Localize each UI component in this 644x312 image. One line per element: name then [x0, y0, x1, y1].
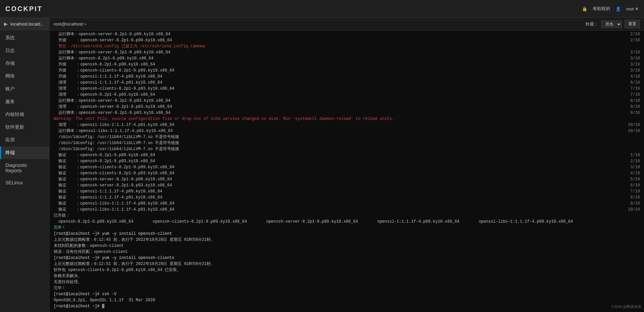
sidebar-item-网络[interactable]: 网络	[0, 70, 49, 83]
sidebar-item-Diagnostic-Reports[interactable]: Diagnostic Reports	[0, 159, 49, 177]
terminal-line-progress: 5/10	[627, 176, 640, 182]
terminal-line: OpenSSH_8.2p1, OpenSSL 1.1.1f 31 Mar 202…	[54, 297, 640, 303]
terminal-line: /sbin/ldconfig: /usr/lib64/libLLVM-7.so …	[54, 140, 640, 146]
terminal-line-text: 上次元数据过期检查：0:12:45 前，执行于 2022年10月28日 星期五 …	[54, 237, 640, 243]
terminal-line: 运行脚本：openssh-8.2p1-9.p09.ky10.x86_643/10	[54, 55, 640, 61]
terminal-line-progress: 6/10	[627, 80, 640, 86]
appearance-label: 外观：	[585, 21, 598, 27]
terminal-line-text: 验证 ：openssh-clients-8.2p1-9.p09.ky10.x86…	[54, 164, 627, 170]
terminal-line-text: 验证 ：openssh-clients-8.2p1-9.p03.ky10.x86…	[54, 170, 627, 176]
sidebar-item-软件更新[interactable]: 软件更新	[0, 121, 49, 134]
terminal-line: 清理 ：openssh-server-8.2p1-9.p03.ky10.x86_…	[54, 104, 640, 110]
terminal-line-progress: 10/10	[627, 122, 640, 128]
sidebar-item-日志[interactable]: 日志	[0, 44, 49, 57]
terminal-line: 警告：/etc/ssh/sshd_config 已建立为 /etc/ssh/ss…	[54, 43, 640, 49]
terminal-line-text: openssh-8.2p1-9.p09.ky10.x86_64 openssh-…	[54, 219, 640, 225]
terminal-line: 依赖关系解决。	[54, 273, 640, 279]
terminal-line-text: /sbin/ldconfig: /usr/lib64/libLLVM-7.so …	[54, 140, 640, 146]
sidebar-item-服务[interactable]: 服务	[0, 95, 49, 108]
terminal-line: 上次元数据过期检查：0:12:51 前，执行于 2022年10月28日 星期五 …	[54, 261, 640, 267]
terminal-line-progress: 9/10	[627, 110, 640, 116]
terminal-line-progress: 7/10	[627, 92, 640, 98]
lock-icon: 🔒	[582, 6, 587, 11]
terminal-line: 上次元数据过期检查：0:12:45 前，执行于 2022年10月28日 星期五 …	[54, 237, 640, 243]
sidebar-item-账户[interactable]: 账户	[0, 83, 49, 95]
terminal-line: 错误：没有任何匹配：openssh-client	[54, 249, 640, 255]
terminal-output[interactable]: 运行脚本：openssh-server-8.2p1-9.p09.ky10.x86…	[50, 31, 644, 312]
terminal-line: 验证 ：openssl-libs-1:1.1.1f-4.p09.ky10.x86…	[54, 200, 640, 207]
terminal-line: 升级 ：openssh-server-8.2p1-9.p09.ky10.x86_…	[54, 37, 640, 43]
terminal-line-text: 清理 ：openssl-libs-1:1.1.1f-4.p01.ky10.x86…	[54, 122, 627, 128]
main-layout: ▶ localhost.locald... 系统日志存储网络账户服务内核转储软件…	[0, 18, 644, 312]
terminal-line-text: 清理 ：openssh-clients-8.2p1-9.p03.ky10.x86…	[54, 86, 627, 92]
terminal-line: 验证 ：openssh-clients-8.2p1-9.p03.ky10.x86…	[54, 170, 640, 176]
terminal-line-text: 验证 ：openssh-server-8.2p1-9.p09.ky10.x86_…	[54, 176, 627, 182]
terminal-line: 升级 ：openssl-1:1.1.1f-4.p09.ky10.x86_644/…	[54, 74, 640, 80]
terminal-line: 验证 ：openssl-1:1.1.1f-4.p09.ky10.x86_647/…	[54, 188, 640, 194]
terminal-line: 运行脚本：openssh-server-8.2p1-9.p03.ky10.x86…	[54, 110, 640, 116]
terminal-line-text: 验证 ：openssl-libs-1:1.1.1f-4.p09.ky10.x86…	[54, 200, 627, 207]
sidebar-item-终端[interactable]: 终端	[0, 146, 49, 159]
app-logo: COCKPIT	[5, 5, 43, 13]
sidebar-nav: 系统日志存储网络账户服务内核转储软件更新应用终端Diagnostic Repor…	[0, 30, 49, 190]
terminal-line-text: 已升级：	[54, 213, 640, 219]
terminal-line-text: 未找到匹配的参数：openssh-client	[54, 243, 640, 249]
terminal-line-text: 完毕！	[54, 285, 640, 291]
host-icon: ▶	[4, 21, 8, 27]
terminal-breadcrumb: root@localhost:~	[54, 21, 87, 27]
terminal-line-text: 清理 ：openssh-server-8.2p1-9.p03.ky10.x86_…	[54, 104, 627, 110]
sidebar-item-存储[interactable]: 存储	[0, 57, 49, 70]
terminal-line-text: 上次元数据过期检查：0:12:51 前，执行于 2022年10月28日 星期五 …	[54, 261, 640, 267]
terminal-controls: 外观： 黑色白色 重置	[585, 20, 640, 28]
terminal-line: 未找到匹配的参数：openssh-client	[54, 243, 640, 249]
terminal-line: 运行脚本：openssh-server-8.2p1-9.p09.ky10.x86…	[54, 31, 640, 37]
terminal-line: 完毕！	[54, 285, 640, 291]
terminal-line-text: [root@localhost ~]# ssh -V	[54, 291, 640, 297]
reset-button[interactable]: 重置	[625, 20, 640, 28]
terminal-line-progress: 9/10	[627, 200, 640, 207]
user-icon: 👤	[615, 6, 621, 11]
sidebar-host[interactable]: ▶ localhost.locald...	[0, 18, 49, 30]
sidebar-item-应用[interactable]: 应用	[0, 134, 49, 146]
topbar: COCKPIT 🔒 有权权的 👤 root ✕	[0, 0, 644, 18]
sidebar-host-label: localhost.locald...	[10, 21, 44, 27]
terminal-line: 验证 ：openssh-8.2p1-9.p09.ky10.x86_641/10	[54, 152, 640, 158]
terminal-line: [root@localhost ~]# yum -y install opens…	[54, 231, 640, 237]
terminal-line: [root@localhost ~]# yum -y install opens…	[54, 255, 640, 261]
sidebar-item-SELinux[interactable]: SELinux	[0, 177, 49, 189]
terminal-line-text: 验证 ：openssl-libs-1:1.1.1f-4.p01.ky10.x86…	[54, 207, 627, 213]
terminal-line: 无需任何处理。	[54, 279, 640, 285]
terminal-cursor: █	[102, 303, 104, 309]
terminal-line: Warning: The unit file, source configura…	[54, 116, 640, 122]
terminal-line-progress: 3/10	[627, 164, 640, 170]
terminal-line-progress: 2/10	[627, 37, 640, 43]
terminal-line-progress: 3/10	[627, 61, 640, 68]
theme-select[interactable]: 黑色白色	[601, 20, 622, 28]
terminal-line: 运行脚本：openssh-server-8.2p1-9.p09.ky10.x86…	[54, 49, 640, 55]
terminal-line: /sbin/ldconfig: /usr/lib64/libLLVM-7.so …	[54, 146, 640, 152]
sidebar-item-内核转储[interactable]: 内核转储	[0, 108, 49, 121]
terminal-header: root@localhost:~ 外观： 黑色白色 重置	[50, 18, 644, 31]
terminal-line: [root@localhost ~]# █	[54, 303, 640, 309]
sidebar: ▶ localhost.locald... 系统日志存储网络账户服务内核转储软件…	[0, 18, 50, 312]
terminal-line: /sbin/ldconfig: /usr/lib64/libLLVM-7.so …	[54, 134, 640, 140]
terminal-line-text: 错误：没有任何匹配：openssh-client	[54, 249, 640, 255]
terminal-line-text: 升级 ：openssh-clients-8.2p1-9.p09.ky10.x86…	[54, 68, 627, 74]
terminal-line-text: Warning: The unit file, source configura…	[54, 116, 640, 122]
terminal-line-text: 运行脚本：openssh-server-8.2p1-9.p09.ky10.x86…	[54, 49, 627, 55]
terminal-line: 验证 ：openssl-1:1.1.1f-4.p01.ky10.x86_648/…	[54, 194, 640, 200]
user-label: root ✕	[626, 6, 639, 11]
terminal-line: 清理 ：openssh-8.2p1-9.p03.ky10.x86_647/10	[54, 92, 640, 98]
terminal-line-text: 验证 ：openssh-8.2p1-9.p03.ky10.x86_64	[54, 158, 627, 164]
terminal-line-progress: 1/10	[627, 152, 640, 158]
topbar-left: COCKPIT	[5, 5, 43, 13]
terminal-line-text: OpenSSH_8.2p1, OpenSSL 1.1.1f 31 Mar 202…	[54, 297, 640, 303]
terminal-line-text: [root@localhost ~]# █	[54, 303, 640, 309]
terminal-line: 运行脚本：openssl-libs-1:1.1.1f-4.p01.ky10.x8…	[54, 128, 640, 134]
sidebar-item-系统[interactable]: 系统	[0, 32, 49, 44]
terminal-line: 验证 ：openssl-libs-1:1.1.1f-4.p01.ky10.x86…	[54, 207, 640, 213]
terminal-line-progress: 10/10	[627, 207, 640, 213]
content-area: root@localhost:~ 外观： 黑色白色 重置 运行脚本：openss…	[50, 18, 644, 312]
terminal-line: openssh-8.2p1-9.p09.ky10.x86_64 openssh-…	[54, 219, 640, 225]
terminal-line: 清理 ：openssl-libs-1:1.1.1f-4.p01.ky10.x86…	[54, 122, 640, 128]
